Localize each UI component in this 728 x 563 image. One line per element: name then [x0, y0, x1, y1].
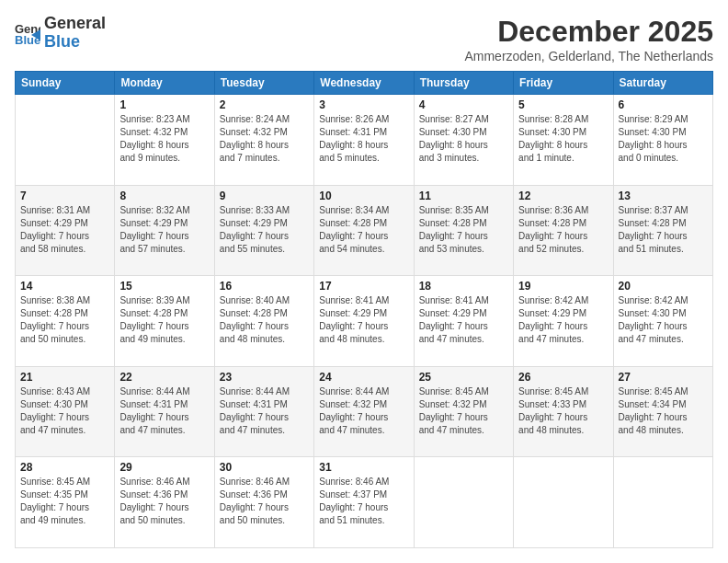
- col-header-sunday: Sunday: [16, 72, 115, 95]
- day-info: Sunrise: 8:35 AMSunset: 4:28 PMDaylight:…: [419, 204, 508, 256]
- logo-text-blue: Blue: [44, 33, 106, 52]
- week-row-5: 28Sunrise: 8:45 AMSunset: 4:35 PMDayligh…: [16, 457, 713, 548]
- day-cell-3-3: 24Sunrise: 8:44 AMSunset: 4:32 PMDayligh…: [314, 366, 414, 457]
- logo-text-general: General: [44, 15, 106, 33]
- calendar-header-row: Sunday Monday Tuesday Wednesday Thursday…: [16, 72, 713, 95]
- day-info: Sunrise: 8:45 AMSunset: 4:35 PMDaylight:…: [20, 476, 109, 527]
- day-number: 12: [518, 190, 608, 202]
- day-cell-0-1: 1Sunrise: 8:23 AMSunset: 4:32 PMDaylight…: [115, 95, 214, 186]
- day-number: 31: [319, 461, 408, 474]
- day-cell-3-0: 21Sunrise: 8:43 AMSunset: 4:30 PMDayligh…: [16, 366, 115, 457]
- day-number: 17: [319, 280, 408, 293]
- day-cell-1-2: 9Sunrise: 8:33 AMSunset: 4:29 PMDaylight…: [214, 185, 313, 276]
- col-header-friday: Friday: [514, 72, 613, 95]
- day-number: 8: [119, 190, 209, 202]
- day-info: Sunrise: 8:32 AMSunset: 4:29 PMDaylight:…: [119, 204, 209, 256]
- page: General Blue General Blue December 2025 …: [0, 0, 728, 563]
- day-info: Sunrise: 8:42 AMSunset: 4:29 PMDaylight:…: [518, 294, 608, 346]
- day-info: Sunrise: 8:41 AMSunset: 4:29 PMDaylight:…: [419, 294, 508, 346]
- day-cell-2-5: 19Sunrise: 8:42 AMSunset: 4:29 PMDayligh…: [514, 276, 613, 367]
- day-info: Sunrise: 8:27 AMSunset: 4:30 PMDaylight:…: [419, 113, 508, 165]
- day-info: Sunrise: 8:44 AMSunset: 4:31 PMDaylight:…: [220, 385, 309, 437]
- day-number: 4: [419, 98, 508, 111]
- day-cell-1-3: 10Sunrise: 8:34 AMSunset: 4:28 PMDayligh…: [314, 185, 414, 276]
- day-number: 6: [619, 98, 708, 111]
- day-number: 16: [220, 280, 309, 293]
- day-info: Sunrise: 8:29 AMSunset: 4:30 PMDaylight:…: [619, 113, 708, 165]
- logo-icon: General Blue: [15, 20, 40, 46]
- day-info: Sunrise: 8:45 AMSunset: 4:32 PMDaylight:…: [419, 385, 508, 437]
- day-number: 10: [319, 190, 408, 202]
- col-header-monday: Monday: [115, 72, 214, 95]
- col-header-tuesday: Tuesday: [214, 72, 313, 95]
- col-header-wednesday: Wednesday: [314, 72, 414, 95]
- day-number: 19: [518, 280, 608, 293]
- day-info: Sunrise: 8:43 AMSunset: 4:30 PMDaylight:…: [20, 385, 109, 437]
- day-cell-1-0: 7Sunrise: 8:31 AMSunset: 4:29 PMDaylight…: [16, 185, 115, 276]
- day-cell-1-1: 8Sunrise: 8:32 AMSunset: 4:29 PMDaylight…: [115, 185, 214, 276]
- day-cell-3-6: 27Sunrise: 8:45 AMSunset: 4:34 PMDayligh…: [613, 366, 712, 457]
- day-cell-2-0: 14Sunrise: 8:38 AMSunset: 4:28 PMDayligh…: [16, 276, 115, 367]
- day-info: Sunrise: 8:24 AMSunset: 4:32 PMDaylight:…: [220, 113, 309, 165]
- day-info: Sunrise: 8:36 AMSunset: 4:28 PMDaylight:…: [518, 204, 608, 256]
- col-header-saturday: Saturday: [613, 72, 712, 95]
- day-number: 13: [619, 190, 708, 202]
- day-number: 24: [319, 371, 408, 384]
- day-info: Sunrise: 8:39 AMSunset: 4:28 PMDaylight:…: [119, 294, 209, 346]
- day-cell-0-2: 2Sunrise: 8:24 AMSunset: 4:32 PMDaylight…: [214, 95, 313, 186]
- day-cell-2-3: 17Sunrise: 8:41 AMSunset: 4:29 PMDayligh…: [314, 276, 414, 367]
- day-cell-2-4: 18Sunrise: 8:41 AMSunset: 4:29 PMDayligh…: [414, 276, 513, 367]
- day-number: 11: [419, 190, 508, 202]
- day-number: 22: [119, 371, 209, 384]
- day-info: Sunrise: 8:23 AMSunset: 4:32 PMDaylight:…: [119, 113, 209, 165]
- day-number: 9: [220, 190, 309, 202]
- day-number: 29: [119, 461, 209, 474]
- week-row-1: 1Sunrise: 8:23 AMSunset: 4:32 PMDaylight…: [16, 95, 713, 186]
- day-cell-0-3: 3Sunrise: 8:26 AMSunset: 4:31 PMDaylight…: [314, 95, 414, 186]
- day-cell-2-1: 15Sunrise: 8:39 AMSunset: 4:28 PMDayligh…: [115, 276, 214, 367]
- day-number: 1: [119, 98, 209, 111]
- day-number: 26: [518, 371, 608, 384]
- day-cell-0-0: [16, 95, 115, 186]
- day-number: 20: [619, 280, 708, 293]
- day-number: 18: [419, 280, 508, 293]
- day-number: 30: [220, 461, 309, 474]
- day-number: 25: [419, 371, 508, 384]
- day-info: Sunrise: 8:44 AMSunset: 4:32 PMDaylight:…: [319, 385, 408, 437]
- day-info: Sunrise: 8:38 AMSunset: 4:28 PMDaylight:…: [20, 294, 109, 346]
- day-info: Sunrise: 8:45 AMSunset: 4:34 PMDaylight:…: [619, 385, 708, 437]
- calendar-table: Sunday Monday Tuesday Wednesday Thursday…: [15, 71, 713, 548]
- day-number: 2: [220, 98, 309, 111]
- day-info: Sunrise: 8:37 AMSunset: 4:28 PMDaylight:…: [619, 204, 708, 256]
- day-number: 15: [119, 280, 209, 293]
- day-cell-4-0: 28Sunrise: 8:45 AMSunset: 4:35 PMDayligh…: [16, 457, 115, 548]
- day-cell-4-2: 30Sunrise: 8:46 AMSunset: 4:36 PMDayligh…: [214, 457, 313, 548]
- day-number: 28: [20, 461, 109, 474]
- day-info: Sunrise: 8:46 AMSunset: 4:37 PMDaylight:…: [319, 476, 408, 527]
- month-title: December 2025: [464, 15, 713, 49]
- day-info: Sunrise: 8:26 AMSunset: 4:31 PMDaylight:…: [319, 113, 408, 165]
- day-cell-0-5: 5Sunrise: 8:28 AMSunset: 4:30 PMDaylight…: [514, 95, 613, 186]
- day-info: Sunrise: 8:44 AMSunset: 4:31 PMDaylight:…: [119, 385, 209, 437]
- week-row-4: 21Sunrise: 8:43 AMSunset: 4:30 PMDayligh…: [16, 366, 713, 457]
- day-number: 5: [518, 98, 608, 111]
- day-cell-3-5: 26Sunrise: 8:45 AMSunset: 4:33 PMDayligh…: [514, 366, 613, 457]
- day-cell-4-6: [613, 457, 712, 548]
- day-cell-1-6: 13Sunrise: 8:37 AMSunset: 4:28 PMDayligh…: [613, 185, 712, 276]
- svg-text:Blue: Blue: [15, 33, 40, 46]
- day-cell-2-2: 16Sunrise: 8:40 AMSunset: 4:28 PMDayligh…: [214, 276, 313, 367]
- day-cell-3-1: 22Sunrise: 8:44 AMSunset: 4:31 PMDayligh…: [115, 366, 214, 457]
- title-section: December 2025 Ammerzoden, Gelderland, Th…: [464, 15, 713, 63]
- header: General Blue General Blue December 2025 …: [15, 15, 713, 63]
- day-number: 7: [20, 190, 109, 202]
- day-cell-4-1: 29Sunrise: 8:46 AMSunset: 4:36 PMDayligh…: [115, 457, 214, 548]
- day-info: Sunrise: 8:34 AMSunset: 4:28 PMDaylight:…: [319, 204, 408, 256]
- day-cell-0-6: 6Sunrise: 8:29 AMSunset: 4:30 PMDaylight…: [613, 95, 712, 186]
- day-info: Sunrise: 8:40 AMSunset: 4:28 PMDaylight:…: [220, 294, 309, 346]
- day-cell-4-3: 31Sunrise: 8:46 AMSunset: 4:37 PMDayligh…: [314, 457, 414, 548]
- day-number: 3: [319, 98, 408, 111]
- day-number: 14: [20, 280, 109, 293]
- day-cell-3-4: 25Sunrise: 8:45 AMSunset: 4:32 PMDayligh…: [414, 366, 513, 457]
- logo: General Blue General Blue: [15, 15, 106, 52]
- col-header-thursday: Thursday: [414, 72, 513, 95]
